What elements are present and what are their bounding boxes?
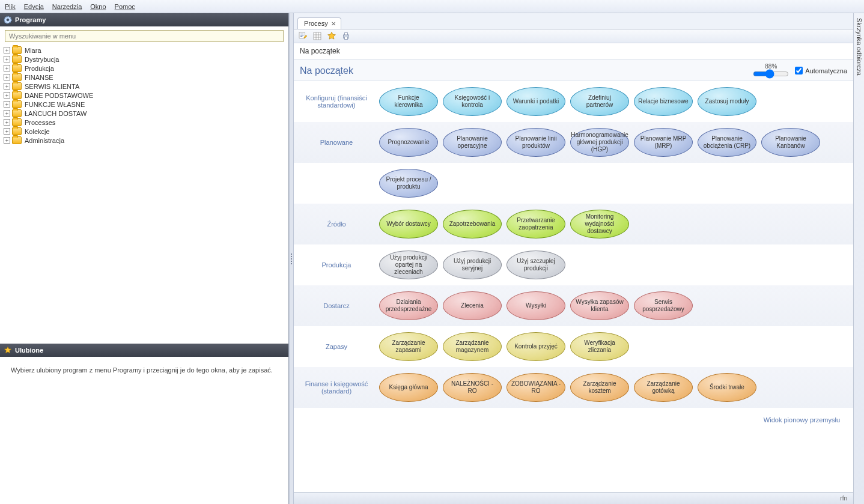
tree-item-label: ŁAŃCUCH DOSTAW — [25, 110, 87, 117]
expand-icon[interactable]: + — [4, 101, 10, 108]
bubble-row: Użyj produkcji opartej na zleceniachUżyj… — [379, 250, 565, 279]
expand-icon[interactable]: + — [4, 56, 10, 62]
print-icon[interactable] — [341, 31, 351, 41]
tree-item[interactable]: +Produkcja — [2, 64, 286, 73]
process-bubble[interactable]: Planowanie operacyjne — [443, 128, 502, 157]
programs-header: Programy — [0, 13, 288, 26]
process-bubble[interactable]: Środki trwałe — [698, 373, 756, 402]
footer-link[interactable]: Widok pionowy przemysłu — [294, 408, 853, 430]
right-dock[interactable]: Skrzynka odbiorcza — [853, 13, 864, 504]
process-row: ProdukcjaUżyj produkcji opartej na zlece… — [294, 244, 853, 285]
process-bubble[interactable]: Użyj szczupłej produkcji — [507, 250, 565, 279]
auto-checkbox[interactable] — [795, 67, 803, 74]
program-tree: +Miara+Dystrybucja+Produkcja+FINANSE+SER… — [0, 44, 288, 344]
row-label: Źródło — [294, 220, 379, 228]
row-label: Konfiguruj (finansiści standardowi) — [294, 94, 379, 109]
process-bubble[interactable]: Użyj produkcji opartej na zleceniach — [379, 250, 438, 279]
process-bubble[interactable]: Przetwarzanie zaopatrzenia — [507, 210, 565, 238]
auto-checkbox-wrap[interactable]: Automatyczna — [795, 67, 847, 74]
row-label: Planowane — [294, 139, 379, 146]
edit-icon[interactable] — [297, 31, 308, 41]
process-bubble[interactable]: Harmonogramowanie głównej produkcji (HGP… — [570, 128, 629, 157]
tree-item[interactable]: +DANE PODSTAWOWE — [2, 91, 286, 100]
gear-icon — [4, 16, 12, 24]
row-label: Produkcja — [294, 261, 379, 269]
menu-okno[interactable]: Okno — [90, 3, 106, 10]
tree-item[interactable]: +Dystrybucja — [2, 55, 286, 64]
process-bubble[interactable]: Księgowość i kontrola — [443, 87, 502, 116]
menu-edycja[interactable]: Edycja — [24, 3, 44, 10]
favorite-icon[interactable] — [326, 31, 337, 41]
process-bubble[interactable]: Warunki i podatki — [507, 87, 565, 116]
process-bubble[interactable]: Planowanie linii produktów — [507, 128, 565, 157]
process-bubble[interactable]: Planowanie obciążenia (CRP) — [698, 128, 756, 157]
process-bubble[interactable]: Użyj produkcji seryjnej — [443, 250, 502, 279]
tree-item[interactable]: +Miara — [2, 46, 286, 55]
row-label: Dostarcz — [294, 302, 379, 309]
close-icon[interactable]: ✕ — [331, 20, 336, 27]
tree-item[interactable]: +ŁAŃCUCH DOSTAW — [2, 109, 286, 118]
programs-title: Programy — [15, 16, 46, 23]
process-bubble[interactable]: Wysyłka zapasów klienta — [570, 291, 629, 320]
process-bubble[interactable]: Funkcje kierownika — [379, 87, 438, 116]
process-bubble[interactable]: Planowanie MRP (MRP) — [634, 128, 693, 157]
bubble-row: Księga głównaNALEŻNOŚCI - ROZOBOWIĄZANIA… — [379, 373, 756, 402]
search-input[interactable] — [5, 30, 284, 42]
expand-icon[interactable]: + — [4, 119, 10, 126]
process-bubble[interactable]: Prognozowanie — [379, 128, 438, 157]
folder-icon — [12, 109, 22, 117]
process-bubble[interactable]: Serwis posprzedażowy — [634, 291, 693, 320]
zoom-slider[interactable] — [753, 70, 789, 78]
tree-item[interactable]: +FINANSE — [2, 73, 286, 82]
process-bubble[interactable]: Księga główna — [379, 373, 438, 402]
process-bubble[interactable]: Wysyłki — [507, 291, 565, 320]
tree-item[interactable]: +FUNKCJE WŁASNE — [2, 100, 286, 109]
tree-item[interactable]: +SERWIS KLIENTA — [2, 82, 286, 91]
breadcrumb: Na początek — [294, 43, 853, 59]
grid-icon[interactable] — [312, 31, 323, 41]
process-bubble[interactable]: Zarządzanie zapasami — [379, 332, 438, 361]
auto-label: Automatyczna — [805, 67, 847, 74]
process-bubble[interactable]: Zarządzanie kosztem — [570, 373, 629, 402]
expand-icon[interactable]: + — [4, 47, 10, 53]
expand-icon[interactable]: + — [4, 83, 10, 90]
folder-icon — [12, 55, 22, 63]
bubble-row: Projekt procesu / produktu — [379, 169, 438, 198]
process-bubble[interactable]: Zdefiniuj partnerów — [570, 87, 629, 116]
tree-item[interactable]: +Administracja — [2, 136, 286, 145]
inbox-tab[interactable]: Skrzynka odbiorcza — [856, 13, 863, 76]
vertical-splitter[interactable] — [289, 13, 294, 504]
status-bar: rfn — [294, 492, 853, 504]
process-bubble[interactable]: Weryfikacja zliczania — [570, 332, 629, 361]
expand-icon[interactable]: + — [4, 74, 10, 80]
process-bubble[interactable]: NALEŻNOŚCI - RO — [443, 373, 502, 402]
tab-procesy[interactable]: Procesy ✕ — [297, 17, 341, 29]
process-bubble[interactable]: Planowanie Kanbanów — [761, 128, 820, 157]
menubar: Plik Edycja Narzędzia Okno Pomoc — [0, 0, 864, 13]
process-row: Finanse i księgowość (standard)Księga gł… — [294, 367, 853, 408]
tree-item[interactable]: +Processes — [2, 118, 286, 127]
bubble-row: Wybór dostawcyZapotrzebowaniaPrzetwarzan… — [379, 210, 629, 238]
process-bubble[interactable]: Zastosuj moduły — [698, 87, 756, 116]
process-bubble[interactable]: Kontrola przyjęć — [507, 332, 565, 361]
tree-item[interactable]: +Kolekcje — [2, 127, 286, 136]
process-bubble[interactable]: Działania przedsprzedażne — [379, 291, 438, 320]
expand-icon[interactable]: + — [4, 65, 10, 71]
process-bubble[interactable]: Monitoring wydajności dostawcy — [570, 210, 629, 238]
process-bubble[interactable]: Zarządzanie gotówką — [634, 373, 693, 402]
process-bubble[interactable]: Relacje biznesowe — [634, 87, 693, 116]
expand-icon[interactable]: + — [4, 92, 10, 99]
process-bubble[interactable]: Zarządzanie magazynem — [443, 332, 502, 361]
process-bubble[interactable]: Zlecenia — [443, 291, 502, 320]
process-bubble[interactable]: Wybór dostawcy — [379, 210, 438, 238]
process-bubble[interactable]: Zapotrzebowania — [443, 210, 502, 238]
process-row: ZapasyZarządzanie zapasamiZarządzanie ma… — [294, 326, 853, 367]
process-bubble[interactable]: ZOBOWIĄZANIA - RO — [507, 373, 565, 402]
process-bubble[interactable]: Projekt procesu / produktu — [379, 169, 438, 198]
menu-pomoc[interactable]: Pomoc — [115, 3, 135, 10]
menu-plik[interactable]: Plik — [5, 3, 16, 10]
menu-narzedzia[interactable]: Narzędzia — [52, 3, 82, 10]
expand-icon[interactable]: + — [4, 137, 10, 144]
expand-icon[interactable]: + — [4, 128, 10, 135]
expand-icon[interactable]: + — [4, 110, 10, 117]
